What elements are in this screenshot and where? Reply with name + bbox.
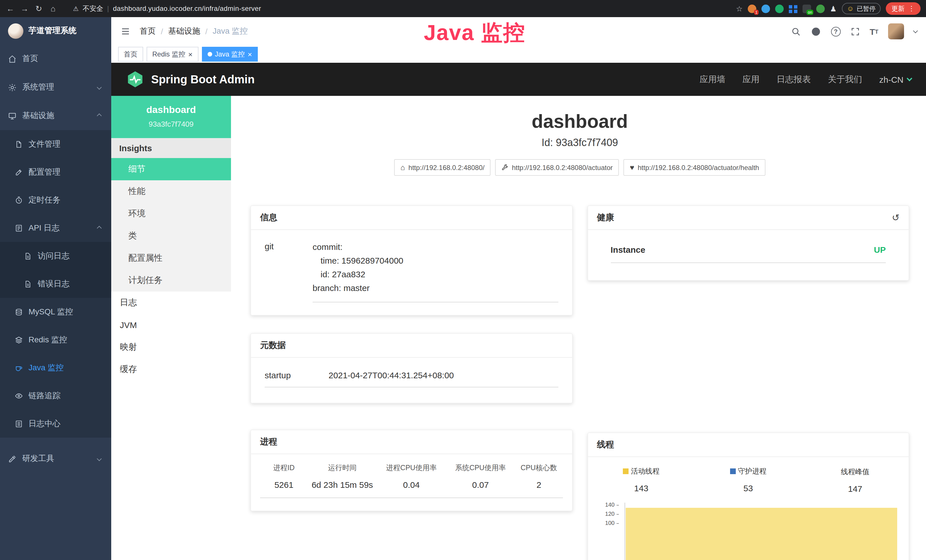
sba-item-label: 性能	[128, 186, 145, 197]
user-avatar[interactable]	[888, 23, 904, 39]
bookmark-star-icon[interactable]: ☆	[736, 4, 743, 13]
legend-label: 活动线程	[631, 466, 660, 476]
instance-actuator-link[interactable]: http://192.168.0.2:48080/actuator	[495, 159, 619, 176]
instance-root-link[interactable]: ⌂ http://192.168.0.2:48080/	[394, 159, 491, 176]
process-value: 6d 23h 15m 59s	[308, 480, 377, 490]
extension-grid-icon[interactable]	[789, 4, 797, 13]
github-icon[interactable]	[810, 26, 821, 37]
sidebar-item-label: 访问日志	[38, 251, 70, 261]
close-icon[interactable]: ×	[248, 50, 252, 58]
update-button[interactable]: 更新 ⋮	[886, 2, 921, 15]
legend-live-threads: 活动线程 143	[588, 466, 695, 493]
metadata-card: 元数据 startup 2021-04-27T00:44:31.254+08:0…	[250, 333, 572, 403]
sidebar-item-dev-tools[interactable]: 研发工具	[0, 445, 111, 473]
tab-redis-monitor[interactable]: Redis 监控 ×	[147, 47, 198, 62]
sidebar-item-tracing[interactable]: 链路追踪	[0, 382, 111, 410]
wrench-icon	[502, 164, 508, 171]
legend-value: 143	[588, 483, 695, 493]
health-instance-label: Instance	[611, 245, 645, 254]
sba-nav-about[interactable]: 关于我们	[828, 74, 862, 85]
sba-locale-select[interactable]: zh-CN	[879, 74, 911, 84]
fullscreen-icon[interactable]	[850, 27, 860, 36]
sidebar-item-label: 配置管理	[29, 167, 61, 177]
search-icon[interactable]	[791, 27, 800, 36]
sba-nav-wallboard[interactable]: 应用墙	[699, 74, 725, 85]
paused-pill[interactable]: ☺ 已暂停	[841, 3, 881, 14]
sidebar-item-access-logs[interactable]: 访问日志	[0, 242, 111, 270]
sba-item-logs[interactable]: 日志	[111, 292, 231, 314]
chevron-up-icon	[97, 226, 102, 230]
sba-item-jvm[interactable]: JVM	[111, 314, 231, 336]
sba-item-caches[interactable]: 缓存	[111, 358, 231, 381]
breadcrumb: 首页 / 基础设施 / Java 监控	[140, 26, 248, 36]
extension-drop-icon[interactable]	[761, 4, 770, 13]
breadcrumb-separator: /	[205, 27, 207, 36]
java-icon	[15, 364, 23, 372]
sba-brand[interactable]: Spring Boot Admin	[151, 73, 255, 86]
sidebar-item-config-management[interactable]: 配置管理	[0, 158, 111, 186]
reload-icon[interactable]: ↻	[34, 4, 43, 13]
info-key: git	[265, 240, 313, 303]
extension-pawn-icon[interactable]: ♟	[830, 4, 837, 13]
sidebar-item-log-center[interactable]: 日志中心	[0, 410, 111, 437]
document-icon	[24, 252, 32, 260]
browser-home-icon[interactable]: ⌂	[48, 4, 57, 13]
tab-label: 首页	[124, 49, 138, 59]
sidebar-item-error-logs[interactable]: 错误日志	[0, 270, 111, 298]
sidebar-item-label: Redis 监控	[29, 334, 67, 345]
extension-switch-icon[interactable]: on	[802, 4, 811, 13]
breadcrumb-infrastructure[interactable]: 基础设施	[168, 26, 200, 36]
chevron-down-icon	[97, 456, 102, 461]
sidebar-item-api-logs[interactable]: API 日志	[0, 214, 111, 242]
sba-item-details[interactable]: 细节	[111, 158, 231, 180]
sidebar-item-redis-monitor[interactable]: Redis 监控	[0, 326, 111, 354]
help-icon[interactable]: ?	[831, 27, 840, 36]
address-bar[interactable]: ⚠ 不安全 | dashboard.yudao.iocoder.cn/infra…	[67, 2, 267, 15]
hamburger-icon[interactable]	[120, 26, 131, 36]
sidebar-item-mysql-monitor[interactable]: MySQL 监控	[0, 298, 111, 326]
sidebar-item-scheduled-tasks[interactable]: 定时任务	[0, 186, 111, 214]
heart-icon: ♥	[630, 163, 634, 172]
app-logo[interactable]: 芋道管理系统	[0, 17, 111, 44]
health-row[interactable]: Instance UP	[611, 245, 886, 263]
sba-item-environment[interactable]: 环境	[111, 203, 231, 225]
close-icon[interactable]: ×	[188, 50, 192, 58]
avatar-caret-icon[interactable]	[913, 28, 918, 33]
sidebar-item-label: 基础设施	[22, 111, 54, 121]
sba-nav-journal[interactable]: 日志报表	[776, 74, 811, 85]
sidebar-item-system-management[interactable]: 系统管理	[0, 73, 111, 101]
sba-item-config-props[interactable]: 配置属性	[111, 247, 231, 269]
process-header: CPU核心数	[515, 463, 563, 473]
sba-logo-icon[interactable]	[126, 70, 144, 88]
sba-nav-applications[interactable]: 应用	[742, 74, 760, 85]
browser-menu-kebab-icon[interactable]: ⋮	[908, 5, 915, 12]
link-label: http://192.168.0.2:48080/actuator	[512, 163, 613, 171]
sidebar-item-java-monitor[interactable]: Java 监控	[0, 354, 111, 382]
sidebar-item-infrastructure[interactable]: 基础设施	[0, 101, 111, 130]
gear-icon	[8, 83, 17, 92]
history-icon[interactable]: ↺	[892, 212, 899, 223]
tab-home[interactable]: 首页	[118, 47, 143, 62]
sba-item-classes[interactable]: 类	[111, 225, 231, 247]
back-icon[interactable]: ←	[6, 4, 15, 13]
sba-item-label: JVM	[120, 320, 137, 330]
sba-item-mappings[interactable]: 映射	[111, 336, 231, 358]
sidebar-item-file-management[interactable]: 文件管理	[0, 130, 111, 158]
sidebar-item-label: 文件管理	[29, 139, 61, 149]
sidebar-item-home[interactable]: 首页	[0, 44, 111, 73]
tab-label: Java 监控	[215, 49, 245, 59]
font-size-icon[interactable]: TT	[870, 27, 878, 36]
extension-green-icon[interactable]	[775, 4, 784, 13]
sba-item-scheduled-tasks[interactable]: 计划任务	[111, 269, 231, 292]
forward-icon[interactable]: →	[20, 4, 29, 13]
process-col-uptime: 运行时间 6d 23h 15m 59s	[308, 463, 377, 490]
chart-plot-area	[624, 502, 897, 560]
tab-java-monitor[interactable]: Java 监控 ×	[202, 47, 258, 62]
legend-label: 守护进程	[738, 466, 767, 476]
extension-orange-icon[interactable]: 1	[748, 4, 756, 13]
sba-item-metrics[interactable]: 性能	[111, 180, 231, 203]
sba-instance-block[interactable]: dashboard 93a3fc7f7409	[111, 96, 231, 138]
breadcrumb-home[interactable]: 首页	[140, 26, 156, 36]
instance-health-link[interactable]: ♥ http://192.168.0.2:48080/actuator/heal…	[624, 159, 766, 176]
extension-leaf-icon[interactable]	[816, 4, 825, 13]
